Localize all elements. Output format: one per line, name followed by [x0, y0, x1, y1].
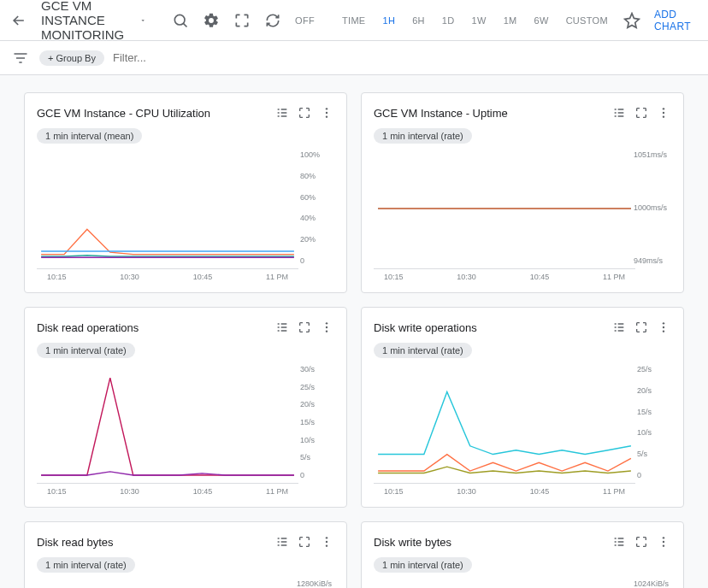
- chart-plot: [37, 367, 298, 479]
- svg-point-13: [326, 537, 327, 538]
- svg-point-17: [663, 541, 664, 543]
- favorite-button[interactable]: [623, 7, 640, 34]
- chart-title: GCE VM Instance - Uptime: [374, 107, 508, 120]
- dashboard-title-dropdown[interactable]: GCE VM INSTANCE MONITORING: [34, 0, 153, 42]
- x-axis-ticks: 10:1510:3010:4511 PM: [37, 483, 298, 498]
- chart-plot: [37, 152, 298, 265]
- legend-button[interactable]: [274, 105, 290, 121]
- more-button[interactable]: [319, 105, 334, 121]
- chart-title: Disk read bytes: [37, 536, 114, 549]
- svg-point-11: [663, 326, 664, 328]
- more-button[interactable]: [656, 320, 671, 335]
- interval-chip[interactable]: 1 min interval (rate): [374, 343, 472, 358]
- x-axis-ticks: 10:1510:3010:4511 PM: [37, 268, 298, 284]
- svg-point-6: [663, 115, 664, 117]
- legend-button[interactable]: [611, 534, 627, 550]
- svg-point-12: [663, 330, 664, 332]
- expand-button[interactable]: [297, 534, 312, 550]
- chevron-down-icon: [139, 13, 146, 28]
- svg-point-8: [326, 326, 327, 328]
- filter-input[interactable]: [113, 48, 257, 68]
- chart-title: Disk read operations: [37, 321, 139, 334]
- autorefresh-off-label: OFF: [290, 15, 320, 26]
- y-axis-ticks: 25/s20/s15/s10/s5/s0: [637, 365, 671, 479]
- y-axis-ticks: 1280KiB/s: [297, 579, 334, 588]
- svg-point-1: [326, 108, 327, 109]
- svg-point-7: [326, 322, 327, 324]
- legend-button[interactable]: [611, 105, 627, 121]
- x-axis-ticks: 10:1510:3010:4511 PM: [374, 268, 635, 284]
- time-tab-6h[interactable]: 6H: [404, 10, 434, 31]
- legend-button[interactable]: [611, 320, 627, 335]
- chart-card-disk_write_bytes: Disk write bytes1 min interval (rate)102…: [361, 521, 684, 588]
- svg-point-0: [174, 15, 185, 25]
- svg-point-3: [326, 115, 327, 117]
- settings-button[interactable]: [198, 7, 225, 34]
- filter-icon[interactable]: [10, 48, 31, 68]
- legend-button[interactable]: [274, 534, 290, 550]
- interval-chip[interactable]: 1 min interval (rate): [374, 128, 472, 144]
- dashboard-title: GCE VM INSTANCE MONITORING: [41, 0, 136, 42]
- svg-point-15: [326, 544, 327, 546]
- chart-plot: [374, 367, 635, 479]
- chart-card-disk_read_ops: Disk read operations1 min interval (rate…: [24, 307, 347, 508]
- refresh-button[interactable]: [259, 7, 286, 34]
- time-label: TIME: [333, 10, 374, 31]
- chart-card-cpu: GCE VM Instance - CPU Utilization1 min i…: [24, 92, 347, 293]
- more-button[interactable]: [319, 320, 334, 335]
- more-button[interactable]: [656, 534, 671, 550]
- chart-title: GCE VM Instance - CPU Utilization: [37, 107, 210, 120]
- expand-button[interactable]: [634, 105, 649, 121]
- interval-chip[interactable]: 1 min interval (rate): [374, 557, 472, 573]
- time-tab-1d[interactable]: 1D: [434, 10, 463, 31]
- chart-plot: [374, 152, 635, 265]
- expand-button[interactable]: [634, 534, 649, 550]
- chart-card-disk_read_bytes: Disk read bytes1 min interval (rate)1280…: [24, 521, 347, 588]
- time-tab-custom[interactable]: CUSTOM: [558, 10, 617, 31]
- dashboard-grid: GCE VM Instance - CPU Utilization1 min i…: [0, 75, 708, 588]
- interval-chip[interactable]: 1 min interval (rate): [37, 557, 135, 573]
- svg-point-9: [326, 330, 327, 332]
- svg-point-16: [663, 537, 664, 538]
- svg-point-2: [326, 112, 327, 114]
- chart-card-uptime: GCE VM Instance - Uptime1 min interval (…: [361, 92, 684, 293]
- chart-title: Disk write bytes: [374, 536, 451, 549]
- expand-button[interactable]: [634, 320, 649, 335]
- time-range-tabs: TIME 1H 6H 1D 1W 1M 6W CUSTOM: [333, 10, 617, 31]
- interval-chip[interactable]: 1 min interval (rate): [37, 343, 135, 358]
- time-tab-1h[interactable]: 1H: [375, 10, 404, 31]
- chart-title: Disk write operations: [374, 321, 477, 334]
- svg-point-10: [663, 322, 664, 324]
- y-axis-ticks: 100%80%60%40%20%0: [300, 150, 334, 265]
- legend-button[interactable]: [274, 320, 290, 335]
- svg-point-5: [663, 112, 664, 114]
- y-axis-ticks: 1024KiB/s: [634, 579, 671, 588]
- search-button[interactable]: [167, 7, 194, 34]
- y-axis-ticks: 30/s25/s20/s15/s10/s5/s0: [300, 365, 334, 479]
- svg-point-18: [663, 544, 664, 546]
- svg-point-4: [663, 108, 664, 109]
- fullscreen-button[interactable]: [228, 7, 256, 34]
- x-axis-ticks: 10:1510:3010:4511 PM: [374, 483, 635, 498]
- time-tab-1w[interactable]: 1W: [463, 10, 495, 31]
- more-button[interactable]: [319, 534, 334, 550]
- chart-plot: [374, 581, 635, 588]
- expand-button[interactable]: [297, 320, 312, 335]
- y-axis-ticks: 1051ms/s1000ms/s949ms/s: [634, 150, 671, 265]
- add-chart-button[interactable]: ADD CHART: [647, 9, 698, 32]
- svg-point-14: [326, 541, 327, 543]
- toolbar-actions: OFF: [167, 7, 320, 34]
- top-toolbar: GCE VM INSTANCE MONITORING OFF TIME 1H 6…: [0, 0, 708, 41]
- more-button[interactable]: [656, 105, 671, 121]
- interval-chip[interactable]: 1 min interval (mean): [37, 128, 142, 144]
- expand-button[interactable]: [297, 105, 312, 121]
- group-by-chip[interactable]: + Group By: [39, 50, 104, 66]
- chart-card-disk_write_ops: Disk write operations1 min interval (rat…: [361, 307, 684, 508]
- chart-plot: [37, 581, 298, 588]
- time-tab-1m[interactable]: 1M: [495, 10, 526, 31]
- time-tab-6w[interactable]: 6W: [526, 10, 558, 31]
- back-button[interactable]: [10, 7, 27, 34]
- filter-bar: + Group By: [0, 41, 708, 75]
